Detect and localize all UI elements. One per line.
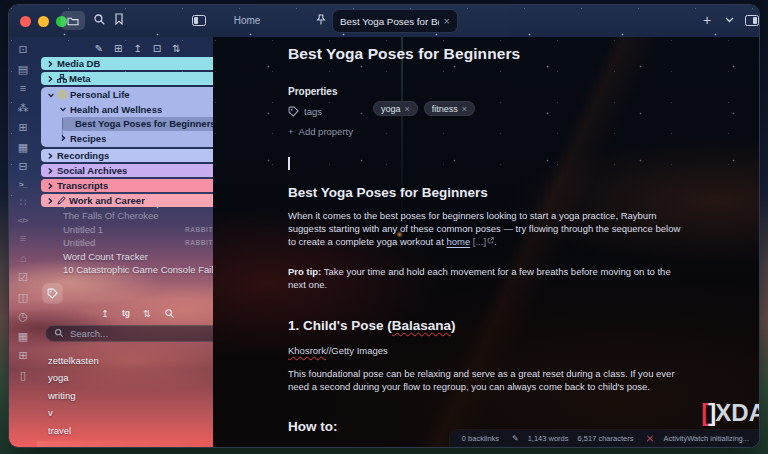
tag-icon [288, 106, 299, 117]
bookmark-file-icon[interactable]: ▯ [20, 370, 26, 381]
sort-icon[interactable]: ↥ [133, 43, 141, 54]
tab-active-note[interactable]: Best Yoga Poses for Begi... × [333, 10, 457, 32]
add-property-button[interactable]: + Add property [288, 126, 690, 137]
minimize-window-button[interactable] [38, 16, 49, 27]
tab-home[interactable]: Home [215, 10, 279, 32]
tag-pill[interactable]: fitness × [424, 101, 475, 116]
database-icon[interactable]: ∷ [20, 197, 27, 208]
bookmarks-nav-button[interactable] [114, 13, 124, 25]
close-window-button[interactable] [20, 16, 31, 27]
tag-item[interactable]: zettelkasten 1 [37, 354, 213, 367]
sync-icon[interactable]: ⇅ [46, 447, 54, 448]
heading-text: ) [451, 318, 456, 333]
body-heading-2[interactable]: 1. Child's Pose (Balasana) [288, 318, 690, 333]
backlinks-status[interactable]: 0 backlinks [462, 434, 499, 443]
activitywatch-text: ActivityWatch initializing... [663, 434, 749, 443]
folder-transcripts[interactable]: Transcripts [41, 179, 213, 192]
file-best-yoga-poses-selected[interactable]: Best Yoga Poses for Beginners [62, 117, 213, 131]
toggle-right-sidebar-button[interactable] [745, 15, 759, 26]
canvas-icon[interactable]: ⊞ [18, 122, 27, 133]
files-nav-button[interactable] [61, 11, 85, 30]
file-row[interactable]: The Falls Of Cherokee M4A [37, 209, 213, 223]
tag-item[interactable]: yoga 1 [37, 371, 213, 384]
search-icon[interactable] [164, 308, 175, 319]
sort-icon[interactable]: ↥ [101, 308, 109, 319]
checkbox-icon[interactable]: ☑ [18, 272, 28, 283]
code-icon[interactable]: </> [18, 217, 28, 225]
image-caption[interactable]: Khosrork//Getty Images [288, 345, 690, 356]
game-controller-icon[interactable]: ⊡ [18, 44, 27, 55]
folder-meta[interactable]: Meta [41, 72, 213, 85]
card-icon[interactable]: ◫ [18, 292, 28, 303]
property-row-tags[interactable]: tags [288, 103, 690, 119]
folder-icon [67, 16, 79, 26]
tag-search-input[interactable]: Search... [45, 325, 213, 342]
collapse-all-icon[interactable]: ⇅ [172, 43, 180, 54]
tags-pane-button[interactable] [43, 284, 62, 303]
protip-label: Pro tip: [288, 266, 321, 277]
folder-media-db[interactable]: Media DB [41, 57, 213, 70]
new-tab-button[interactable]: + [703, 12, 711, 28]
folder-health-and-wellness[interactable]: Health and Wellness [42, 103, 213, 117]
watermark-text: XDA [715, 399, 759, 426]
copy-icon[interactable]: ⊟ [18, 161, 27, 172]
home-link[interactable]: home [446, 236, 470, 247]
tag-pill[interactable]: yoga × [373, 101, 418, 116]
close-tab-icon[interactable]: × [444, 16, 450, 27]
folder-recordings[interactable]: Recordings [41, 149, 213, 162]
pin-tab-button[interactable] [316, 14, 326, 26]
terminal-icon[interactable]: >_ [19, 181, 27, 189]
new-note-icon[interactable]: ✎ [95, 43, 103, 54]
folder-social-archives[interactable]: Social Archives [41, 164, 213, 177]
help-icon[interactable]: ? [200, 447, 211, 448]
tag-item[interactable]: travel 3 [37, 424, 213, 437]
paragraph-protip[interactable]: Pro tip: Take your time and hold each mo… [288, 265, 690, 291]
file-row[interactable]: 10 Catastrophic Game Console Failur... [37, 263, 213, 277]
activitywatch-status[interactable]: ActivityWatch initializing... [646, 434, 749, 443]
search-nav-button[interactable] [93, 13, 106, 26]
paragraph-1[interactable]: When it comes to the best poses for begi… [288, 209, 690, 248]
folder-recipes[interactable]: Recipes [42, 132, 213, 146]
file-name: 10 Catastrophic Game Console Failur... [63, 264, 213, 275]
layout-icon[interactable]: ⊡ [153, 43, 161, 54]
tag-pill-label: yoga [381, 104, 401, 114]
remove-tag-icon[interactable]: × [462, 104, 467, 114]
properties-header[interactable]: Properties [288, 86, 690, 97]
home-icon[interactable]: ⌂ [20, 253, 27, 264]
new-folder-icon[interactable]: ⊞ [114, 43, 122, 54]
outline-icon[interactable]: ≡ [20, 83, 26, 94]
nested-tags-icon[interactable]: tg [122, 308, 130, 318]
clock-icon[interactable]: ◷ [18, 311, 28, 322]
calendar-clock-icon[interactable]: ▦ [18, 331, 28, 342]
body-heading-1[interactable]: Best Yoga Poses for Beginners [288, 185, 690, 200]
file-row[interactable]: Word Count Tracker [37, 250, 213, 264]
folder-label: Recordings [57, 150, 109, 161]
file-row[interactable]: Untitled RABBITMAP [37, 236, 213, 250]
folder-label: Personal Life [70, 89, 130, 100]
word-count-status[interactable]: ✎ 1,143 words 6,517 characters [512, 434, 633, 443]
tag-item[interactable]: v 84 [37, 406, 213, 419]
tag-name: yoga [48, 372, 69, 383]
tab-list-button[interactable] [725, 17, 734, 23]
panel-left-icon [192, 15, 206, 26]
rows-icon[interactable]: ≡ [20, 233, 26, 244]
paragraph-2[interactable]: This foundational pose can be relaxing a… [288, 367, 690, 393]
table-icon[interactable]: ⊞ [18, 350, 27, 361]
property-key: tags [304, 106, 322, 117]
vault-bar[interactable]: ⇅ The Chaos of My Mind ? ⚙ [37, 441, 213, 447]
note-inline-title[interactable]: Best Yoga Poses for Beginners [288, 45, 690, 63]
external-link-icon [487, 237, 494, 244]
file-row[interactable]: Untitled 1 RABBITMAP [37, 223, 213, 237]
folder-group-personal-life: Personal Life Health and Wellness Best Y… [41, 87, 213, 147]
tag-item[interactable]: writing 2 [37, 389, 213, 402]
chevron-down-icon [47, 91, 58, 99]
document-icon[interactable]: ▤ [18, 64, 28, 75]
expand-collapse-icon[interactable]: ⇅ [143, 308, 151, 319]
left-panel: ⊡ ▤ ≡ ⁂ ⊞ ▦ ⊟ >_ ∷ </> ≡ ⌂ ☑ ◫ ◷ ▦ ⊞ ▯ [9, 37, 213, 447]
toggle-left-sidebar-button[interactable] [192, 15, 206, 26]
folder-personal-life[interactable]: Personal Life [42, 88, 213, 102]
calendar-icon[interactable]: ▦ [18, 142, 28, 153]
folder-work-and-career[interactable]: Work and Career [41, 194, 213, 207]
remove-tag-icon[interactable]: × [405, 104, 410, 114]
graph-icon[interactable]: ⁂ [18, 103, 29, 114]
